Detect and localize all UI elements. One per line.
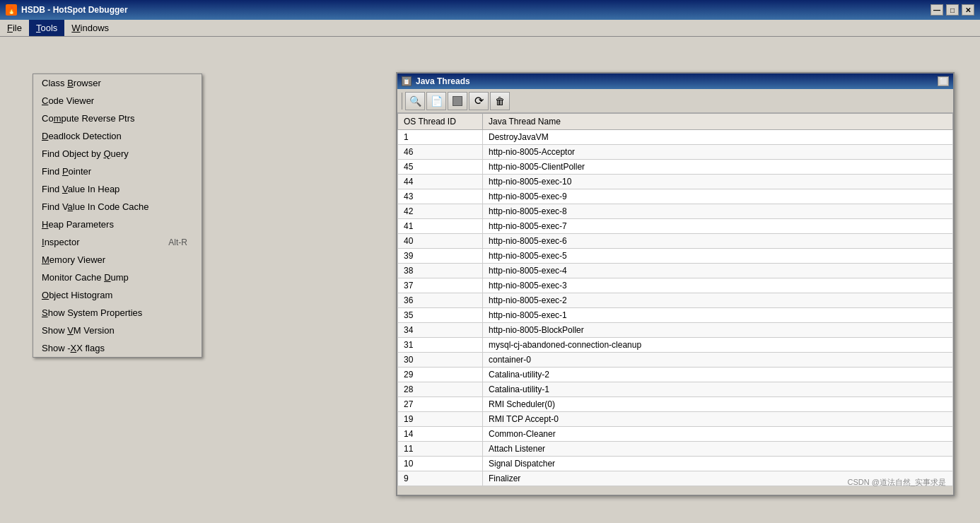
table-row[interactable]: 27RMI Scheduler(0) xyxy=(398,397,953,412)
thread-java-name: http-nio-8005-ClientPoller xyxy=(483,160,953,175)
close-button[interactable]: ✕ xyxy=(962,4,974,16)
table-row[interactable]: 37http-nio-8005-exec-3 xyxy=(398,278,953,293)
table-row[interactable]: 29Catalina-utility-2 xyxy=(398,368,953,382)
table-row[interactable]: 42http-nio-8005-exec-8 xyxy=(398,204,953,219)
table-row[interactable]: 28Catalina-utility-1 xyxy=(398,382,953,397)
thread-java-name: Catalina-utility-2 xyxy=(483,368,953,382)
menu-code-viewer[interactable]: Code Viewer xyxy=(33,92,202,110)
app-icon: 🔥 xyxy=(6,4,17,16)
table-row[interactable]: 41http-nio-8005-exec-7 xyxy=(398,219,953,234)
app-title: HSDB - HotSpot Debugger xyxy=(21,5,128,15)
table-row[interactable]: 46http-nio-8005-Acceptor xyxy=(398,145,953,160)
table-row[interactable]: 1DestroyJavaVM xyxy=(398,130,953,145)
thread-os-id: 1 xyxy=(398,130,483,145)
menu-item-file[interactable]: File xyxy=(0,20,29,36)
thread-os-id: 36 xyxy=(398,293,483,308)
menu-show-system-properties[interactable]: Show System Properties xyxy=(33,304,202,322)
thread-os-id: 41 xyxy=(398,219,483,234)
table-row[interactable]: 40http-nio-8005-exec-6 xyxy=(398,234,953,249)
thread-java-name: mysql-cj-abandoned-connection-cleanup xyxy=(483,338,953,353)
thread-os-id: 30 xyxy=(398,353,483,368)
thread-os-id: 39 xyxy=(398,249,483,264)
menu-show-vm-version[interactable]: Show VM Version xyxy=(33,322,202,339)
table-row[interactable]: 19RMI TCP Accept-0 xyxy=(398,412,953,427)
menu-compute-reverse-ptrs[interactable]: Compute Reverse Ptrs xyxy=(33,110,202,127)
toolbar-refresh-button[interactable]: ⟳ xyxy=(469,92,489,110)
thread-os-id: 46 xyxy=(398,145,483,160)
thread-java-name: Finalizer xyxy=(483,471,953,486)
menu-tools-label: Tools xyxy=(36,23,57,33)
toolbar-stop-button[interactable] xyxy=(448,92,467,110)
thread-os-id: 27 xyxy=(398,397,483,412)
window-title-bar: 📋 Java Threads ⬜ xyxy=(397,74,953,89)
table-row[interactable]: 35http-nio-8005-exec-1 xyxy=(398,308,953,323)
col-header-os-thread-id: OS Thread ID xyxy=(398,114,483,130)
maximize-button[interactable]: □ xyxy=(946,4,959,16)
title-bar: 🔥 HSDB - HotSpot Debugger — □ ✕ xyxy=(0,0,980,20)
menu-file-label: File xyxy=(7,23,22,33)
thread-java-name: http-nio-8005-exec-3 xyxy=(483,278,953,293)
menu-bar: File Tools Windows xyxy=(0,20,980,37)
thread-os-id: 34 xyxy=(398,323,483,338)
thread-java-name: Attach Listener xyxy=(483,442,953,457)
thread-java-name: Common-Cleaner xyxy=(483,427,953,442)
table-row[interactable]: 9Finalizer xyxy=(398,471,953,486)
menu-find-value-in-heap[interactable]: Find Value In Heap xyxy=(33,180,202,198)
menu-monitor-cache-dump[interactable]: Monitor Cache Dump xyxy=(33,269,202,286)
table-row[interactable]: 44http-nio-8005-exec-10 xyxy=(398,175,953,189)
menu-item-tools[interactable]: Tools xyxy=(29,20,64,36)
table-row[interactable]: 10Signal Dispatcher xyxy=(398,457,953,471)
window-maximize-button[interactable]: ⬜ xyxy=(938,76,949,86)
delete-icon: 🗑 xyxy=(495,95,505,107)
menu-find-pointer[interactable]: Find Pointer xyxy=(33,163,202,180)
menu-heap-parameters[interactable]: Heap Parameters xyxy=(33,216,202,233)
menu-find-value-in-code-cache[interactable]: Find Value In Code Cache xyxy=(33,198,202,216)
menu-class-browser[interactable]: Class Browser xyxy=(33,74,202,92)
menu-find-object-by-query[interactable]: Find Object by Query xyxy=(33,145,202,163)
toolbar-delete-button[interactable]: 🗑 xyxy=(490,92,510,110)
thread-java-name: http-nio-8005-exec-2 xyxy=(483,293,953,308)
menu-memory-viewer[interactable]: Memory Viewer xyxy=(33,251,202,269)
thread-os-id: 45 xyxy=(398,160,483,175)
thread-java-name: http-nio-8005-Acceptor xyxy=(483,145,953,160)
thread-java-name: DestroyJavaVM xyxy=(483,130,953,145)
table-row[interactable]: 43http-nio-8005-exec-9 xyxy=(398,189,953,204)
table-row[interactable]: 11Attach Listener xyxy=(398,442,953,457)
thread-java-name: RMI Scheduler(0) xyxy=(483,397,953,412)
table-row[interactable]: 39http-nio-8005-exec-5 xyxy=(398,249,953,264)
toolbar-doc-button[interactable]: 📄 xyxy=(426,92,446,110)
table-row[interactable]: 14Common-Cleaner xyxy=(398,427,953,442)
thread-java-name: http-nio-8005-exec-7 xyxy=(483,219,953,234)
menu-deadlock-detection[interactable]: Deadlock Detection xyxy=(33,127,202,145)
thread-os-id: 11 xyxy=(398,442,483,457)
thread-os-id: 38 xyxy=(398,264,483,278)
thread-java-name: http-nio-8005-exec-1 xyxy=(483,308,953,323)
tools-dropdown-menu: Class Browser Code Viewer Compute Revers… xyxy=(33,74,202,358)
title-bar-controls: — □ ✕ xyxy=(931,4,974,16)
table-row[interactable]: 36http-nio-8005-exec-2 xyxy=(398,293,953,308)
threads-table: OS Thread ID Java Thread Name 1DestroyJa… xyxy=(397,113,953,486)
thread-java-name: Signal Dispatcher xyxy=(483,457,953,471)
table-row[interactable]: 34http-nio-8005-BlockPoller xyxy=(398,323,953,338)
thread-os-id: 42 xyxy=(398,204,483,219)
table-row[interactable]: 31mysql-cj-abandoned-connection-cleanup xyxy=(398,338,953,353)
menu-show-xx-flags[interactable]: Show -XX flags xyxy=(33,339,202,357)
thread-java-name: http-nio-8005-exec-10 xyxy=(483,175,953,189)
menu-object-histogram[interactable]: Object Histogram xyxy=(33,286,202,304)
table-row[interactable]: 45http-nio-8005-ClientPoller xyxy=(398,160,953,175)
toolbar-search-button[interactable]: 🔍 xyxy=(405,92,425,110)
table-row[interactable]: 38http-nio-8005-exec-4 xyxy=(398,264,953,278)
window-icon: 📋 xyxy=(402,76,412,86)
menu-inspector[interactable]: Inspector Alt-R xyxy=(33,233,202,251)
thread-java-name: http-nio-8005-BlockPoller xyxy=(483,323,953,338)
window-controls: ⬜ xyxy=(936,76,949,86)
thread-os-id: 31 xyxy=(398,338,483,353)
minimize-button[interactable]: — xyxy=(931,4,943,16)
table-row[interactable]: 30container-0 xyxy=(398,353,953,368)
menu-item-windows[interactable]: Windows xyxy=(64,20,116,36)
toolbar-separator-1 xyxy=(402,93,402,110)
main-content: Class Browser Code Viewer Compute Revers… xyxy=(0,37,980,523)
refresh-icon: ⟳ xyxy=(474,94,484,107)
threads-table-container[interactable]: OS Thread ID Java Thread Name 1DestroyJa… xyxy=(397,113,953,495)
table-header-row: OS Thread ID Java Thread Name xyxy=(398,114,953,130)
